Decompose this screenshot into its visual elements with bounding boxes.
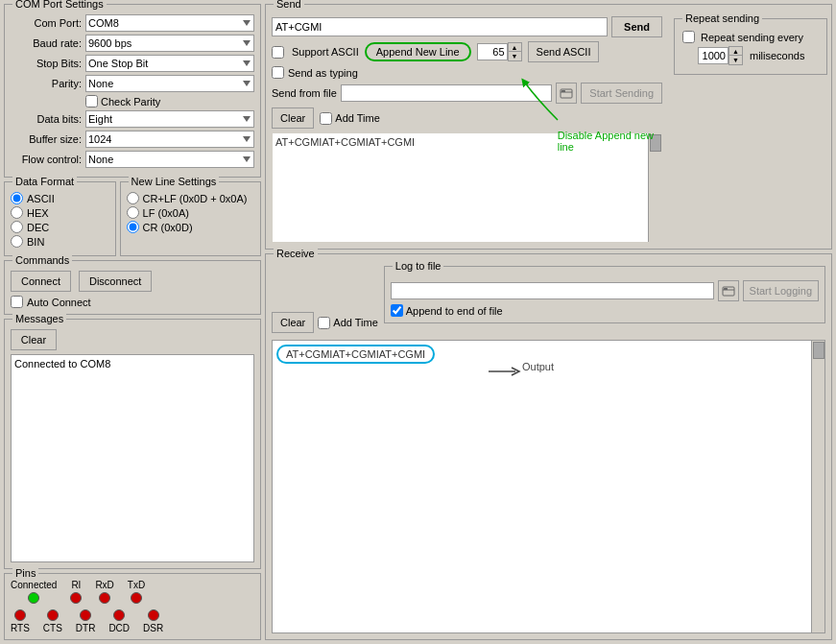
pin-txd: TxD: [128, 580, 145, 604]
crlf-radio[interactable]: [127, 192, 139, 204]
svg-rect-1: [561, 90, 565, 92]
stop-bits-select[interactable]: One Stop Bit: [85, 55, 254, 72]
rxd-led: [99, 592, 110, 604]
newline-title: New Line Settings: [129, 176, 220, 187]
receive-clear-button[interactable]: Clear: [272, 312, 314, 333]
lf-radio[interactable]: [127, 206, 139, 219]
pin-rxd: RxD: [95, 580, 113, 604]
pin-connected: Connected: [11, 580, 57, 604]
com-port-label: Com Port:: [11, 17, 85, 29]
size-down[interactable]: ▼: [509, 52, 521, 60]
pin-ri: RI: [70, 580, 82, 604]
repeat-sending-label: Repeat sending every: [701, 32, 803, 43]
repeat-ms-down[interactable]: ▼: [729, 56, 742, 64]
buffer-size-label: Buffer size:: [11, 133, 85, 145]
dec-radio[interactable]: [11, 221, 23, 233]
send-clear-button[interactable]: Clear: [272, 107, 314, 129]
baud-rate-select[interactable]: 9600 bps: [85, 35, 254, 52]
pin-dsr: DSR: [143, 609, 163, 633]
receive-content-text: AT+CGMIAT+CGMIAT+CGMI: [276, 345, 435, 364]
connect-button[interactable]: Connect: [11, 271, 71, 292]
send-as-typing-checkbox[interactable]: [272, 66, 284, 79]
receive-title: Receive: [274, 248, 318, 259]
dtr-led: [80, 609, 91, 621]
data-bits-select[interactable]: Eight: [85, 110, 254, 128]
receive-content-area: AT+CGMIAT+CGMIAT+CGMI Output: [272, 340, 825, 633]
log-file-input[interactable]: [391, 282, 714, 299]
pin-cts: CTS: [43, 609, 62, 633]
dec-label: DEC: [27, 222, 49, 233]
append-new-line-button[interactable]: Append New Line: [365, 42, 471, 61]
hex-radio[interactable]: [11, 206, 23, 219]
flow-control-label: Flow control:: [11, 154, 85, 165]
hex-label: HEX: [27, 207, 49, 219]
send-input[interactable]: [272, 17, 608, 36]
browse-button[interactable]: [556, 83, 577, 104]
parity-label: Parity:: [11, 78, 85, 89]
pin-dtr: DTR: [76, 609, 96, 633]
com-port-settings: COM Port Settings Com Port: COM8 Baud ra…: [4, 4, 261, 178]
repeat-sending-checkbox[interactable]: [682, 31, 695, 43]
send-button[interactable]: Send: [611, 16, 662, 37]
messages-textarea[interactable]: [11, 354, 254, 562]
data-format-group: Data Format ASCII HEX DEC BIN: [4, 181, 116, 256]
send-as-typing-label: Send as typing: [288, 67, 358, 79]
cr-radio[interactable]: [127, 221, 139, 233]
disconnect-button[interactable]: Disconnect: [79, 271, 152, 292]
check-parity-label: Check Parity: [101, 96, 160, 107]
check-parity-checkbox[interactable]: [85, 95, 98, 107]
receive-add-time-checkbox[interactable]: [318, 317, 330, 329]
receive-add-time-label: Add Time: [333, 317, 377, 328]
receive-content-inner: AT+CGMIAT+CGMIAT+CGMI: [273, 341, 811, 632]
parity-select[interactable]: None: [85, 75, 254, 92]
log-to-file-group: Log to file Start Logging Append to end …: [384, 266, 825, 323]
data-bits-label: Data bits:: [11, 113, 85, 125]
messages-group: Messages Clear: [4, 319, 261, 569]
data-format-title: Data Format: [12, 176, 77, 187]
send-add-time-checkbox[interactable]: [320, 112, 332, 125]
repeat-sending-title: Repeat sending: [682, 12, 762, 24]
lf-label: LF (0x0A): [143, 207, 189, 219]
receive-group: Receive Clear Add Time: [265, 253, 832, 640]
size-up[interactable]: ▲: [509, 43, 521, 52]
cts-led: [47, 609, 59, 621]
start-logging-button[interactable]: Start Logging: [743, 280, 819, 301]
svg-rect-3: [724, 288, 728, 290]
size-input[interactable]: [477, 43, 508, 60]
send-ascii-button[interactable]: Send ASCII: [528, 41, 600, 62]
send-group: Send Repeat sending Repeat sending every…: [265, 4, 832, 250]
bin-label: BIN: [27, 236, 44, 248]
ascii-label: ASCII: [27, 193, 55, 204]
append-to-file-label: Append to end of file: [406, 305, 503, 317]
bin-radio[interactable]: [11, 235, 23, 248]
support-ascii-checkbox[interactable]: [272, 46, 284, 59]
com-port-title: COM Port Settings: [12, 0, 107, 10]
output-annotation: Output: [522, 360, 554, 373]
send-file-input[interactable]: [341, 84, 552, 102]
send-scrollbar[interactable]: [648, 133, 661, 242]
repeat-ms-up[interactable]: ▲: [729, 47, 742, 56]
receive-scrollbar[interactable]: [811, 341, 824, 632]
commands-group: Commands Connect Disconnect Auto Connect: [4, 260, 261, 315]
repeat-ms-input[interactable]: [698, 47, 729, 64]
append-to-file-checkbox[interactable]: [391, 304, 403, 317]
auto-connect-checkbox[interactable]: [11, 296, 23, 308]
messages-clear-button[interactable]: Clear: [11, 329, 57, 350]
start-sending-button[interactable]: Start Sending: [581, 83, 662, 104]
pin-rts: RTS: [11, 609, 30, 633]
pins-group: Pins Connected RI RxD: [4, 573, 261, 640]
repeat-ms-label: miliseconds: [750, 50, 804, 61]
auto-connect-label: Auto Connect: [27, 297, 91, 308]
flow-control-select[interactable]: None: [85, 151, 254, 168]
ascii-radio[interactable]: [11, 192, 23, 204]
pins-title: Pins: [12, 567, 38, 579]
newline-settings-group: New Line Settings CR+LF (0x0D + 0x0A) LF…: [120, 181, 261, 256]
buffer-size-select[interactable]: 1024: [85, 131, 254, 148]
log-browse-button[interactable]: [718, 280, 739, 301]
rts-led: [14, 609, 26, 621]
txd-led: [131, 592, 142, 604]
repeat-sending-group: Repeat sending Repeat sending every ▲ ▼ …: [674, 18, 827, 75]
output-arrow-icon: [489, 365, 522, 379]
com-port-select[interactable]: COM8: [85, 14, 254, 32]
send-title: Send: [274, 0, 304, 10]
